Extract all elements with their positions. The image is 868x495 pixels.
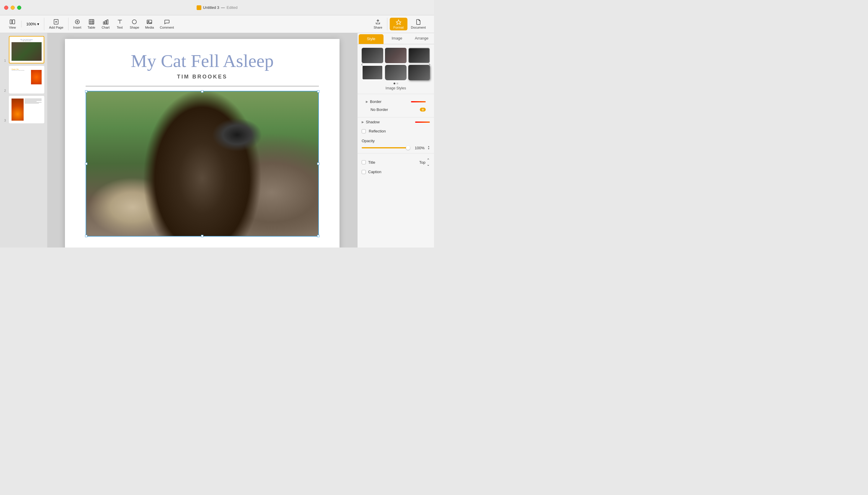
- canvas-area[interactable]: My Cat Fell Asleep TIM BROOKES: [47, 33, 357, 248]
- tab-image[interactable]: Image: [385, 33, 409, 44]
- insert-button[interactable]: Insert: [71, 18, 84, 30]
- opacity-decrement-button[interactable]: ▼: [427, 148, 430, 150]
- title-left: Title: [362, 160, 375, 165]
- shadow-chevron-icon[interactable]: ▶: [362, 120, 364, 124]
- slides-sidebar: My Cat Fell Asleep TIM BROOKES 1 Chapter…: [0, 33, 47, 248]
- title-dropdown-chevron-icon: ⌃⌄: [427, 158, 430, 167]
- image-style-3[interactable]: [408, 48, 430, 63]
- styles-prev-button[interactable]: ‹: [361, 61, 363, 68]
- insert-tools-group: Insert Table Chart T: [68, 18, 179, 30]
- zoom-button[interactable]: 100% ▾: [24, 21, 42, 28]
- no-border-badge: ⊗: [420, 108, 426, 112]
- shadow-color-preview[interactable]: [415, 121, 430, 123]
- slide-thumbnail-2[interactable]: Chapter Title Lorem ipsum dolor sit amet…: [9, 66, 44, 93]
- tab-arrange[interactable]: Arrange: [409, 33, 434, 44]
- slide-number-1: 1: [4, 59, 6, 62]
- slide-thumbnail-1[interactable]: My Cat Fell Asleep TIM BROOKES: [9, 36, 44, 64]
- shape-button[interactable]: Shape: [128, 18, 142, 30]
- shadow-row: ▶ Shadow: [358, 117, 434, 126]
- handle-bottom-right[interactable]: [317, 235, 320, 237]
- style-dot-1[interactable]: [394, 83, 395, 84]
- traffic-lights: [4, 5, 21, 10]
- media-button[interactable]: Media: [143, 18, 156, 30]
- image-style-2[interactable]: [385, 48, 407, 63]
- titlebar: Untitled 3 — Edited: [0, 0, 434, 15]
- format-button[interactable]: Format: [390, 18, 407, 30]
- handle-bottom-left[interactable]: [85, 235, 87, 237]
- tab-style[interactable]: Style: [359, 34, 383, 44]
- page-title: My Cat Fell Asleep: [83, 51, 322, 71]
- opacity-value: 100%: [413, 146, 425, 150]
- document-name: Untitled 3: [203, 5, 219, 10]
- toolbar: View 100% ▾ Add Page Insert: [0, 15, 434, 33]
- document-status: Edited: [227, 5, 238, 10]
- window-title: Untitled 3 — Edited: [197, 5, 238, 10]
- add-page-label: Add Page: [49, 25, 63, 29]
- opacity-label: Opacity: [362, 139, 430, 143]
- image-styles-grid: [362, 48, 430, 80]
- svg-point-18: [132, 20, 136, 24]
- image-styles-section: ‹ › Image Styles: [358, 44, 434, 94]
- thumb1-author: TIM BROOKES: [22, 40, 31, 41]
- handle-top-right[interactable]: [317, 90, 320, 92]
- document-button[interactable]: Document: [409, 18, 428, 30]
- opacity-thumb[interactable]: [406, 146, 410, 150]
- minimize-button[interactable]: [11, 5, 15, 10]
- style-dot-2[interactable]: [396, 83, 398, 84]
- share-button[interactable]: Share: [372, 18, 385, 30]
- border-color-preview[interactable]: [411, 101, 426, 102]
- style-page-dots: [362, 83, 430, 84]
- chart-button[interactable]: Chart: [99, 18, 112, 30]
- styles-next-button[interactable]: ›: [428, 61, 430, 68]
- app-icon: [197, 5, 201, 10]
- handle-middle-left[interactable]: [85, 163, 87, 165]
- opacity-slider[interactable]: [362, 147, 410, 148]
- handle-top-left[interactable]: [85, 90, 87, 92]
- title-label: Title: [368, 160, 375, 165]
- format-group: Format Document: [387, 18, 430, 30]
- panel-tabs: Style Image Arrange: [358, 33, 434, 44]
- title-position-dropdown[interactable]: Top ⌃⌄: [419, 158, 430, 167]
- cat-image[interactable]: [86, 91, 318, 236]
- image-styles-nav: ‹ ›: [362, 48, 430, 80]
- add-page-button[interactable]: Add Page: [47, 18, 66, 30]
- no-border-row: No Border ⊗: [362, 106, 430, 114]
- border-chevron-icon[interactable]: ▶: [366, 100, 368, 103]
- opacity-stepper[interactable]: ▲ ▼: [427, 146, 430, 150]
- border-row: ▶ Border: [362, 98, 430, 106]
- caption-left: Caption: [362, 170, 381, 174]
- reflection-label: Reflection: [369, 129, 386, 133]
- svg-rect-0: [10, 20, 12, 24]
- image-style-1[interactable]: [362, 48, 383, 63]
- image-style-5[interactable]: [385, 65, 407, 80]
- close-button[interactable]: [4, 5, 8, 10]
- slide-thumbnail-3[interactable]: [9, 96, 44, 123]
- image-style-4[interactable]: [362, 65, 383, 80]
- zoom-chevron-icon: ▾: [37, 22, 39, 26]
- handle-bottom-center[interactable]: [201, 235, 203, 237]
- image-style-6[interactable]: [408, 65, 430, 80]
- handle-top-center[interactable]: [201, 90, 203, 92]
- caption-checkbox[interactable]: [362, 170, 366, 174]
- reflection-checkbox[interactable]: [362, 129, 366, 133]
- image-styles-label: Image Styles: [362, 86, 430, 90]
- text-label: Text: [117, 25, 122, 29]
- add-page-group: Add Page: [44, 18, 68, 30]
- fullscreen-button[interactable]: [17, 5, 21, 10]
- comment-button[interactable]: Comment: [157, 18, 176, 30]
- text-button[interactable]: Text: [113, 18, 126, 30]
- thumb3-image: [12, 99, 23, 121]
- slide-number-2: 2: [4, 89, 6, 92]
- no-border-label: No Border: [366, 107, 388, 112]
- chart-label: Chart: [101, 25, 110, 29]
- view-button[interactable]: View: [6, 18, 19, 30]
- opacity-row: 100% ▲ ▼: [362, 146, 430, 150]
- table-button[interactable]: Table: [85, 18, 98, 30]
- title-checkbox[interactable]: [362, 160, 366, 164]
- handle-middle-right[interactable]: [317, 163, 320, 165]
- page-author: TIM BROOKES: [83, 74, 322, 80]
- share-label: Share: [374, 25, 382, 29]
- shadow-label: ▶ Shadow: [362, 120, 380, 124]
- image-container[interactable]: [86, 91, 319, 237]
- insert-label: Insert: [73, 25, 81, 29]
